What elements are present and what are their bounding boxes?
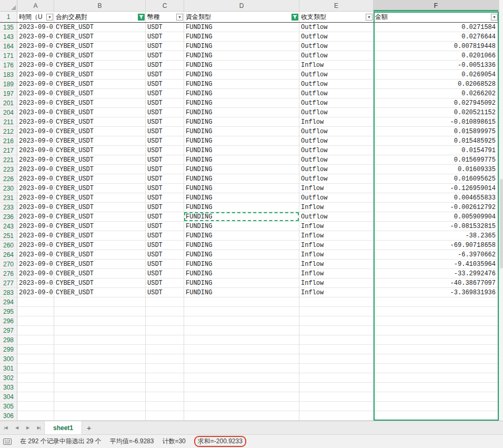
- cell-F233[interactable]: -0.002612792: [374, 203, 499, 212]
- cell-B183[interactable]: CYBER_USDT: [54, 70, 146, 79]
- cell-D231[interactable]: FUNDING: [184, 193, 299, 203]
- cell-E135[interactable]: Outflow: [299, 23, 374, 32]
- cell-B303[interactable]: [54, 383, 146, 392]
- cell-E223[interactable]: Outflow: [299, 165, 374, 174]
- cell-B233[interactable]: CYBER_USDT: [54, 203, 146, 212]
- cell-E296[interactable]: [299, 316, 374, 326]
- cell-E303[interactable]: [299, 383, 374, 392]
- cell-F276[interactable]: -33.2992476: [374, 269, 499, 278]
- cell-B295[interactable]: [54, 307, 146, 316]
- cell-F231[interactable]: 0.004655833: [374, 193, 499, 203]
- cell-D217[interactable]: FUNDING: [184, 146, 299, 155]
- cell-F189[interactable]: 0.02068528: [374, 79, 499, 89]
- cell-B260[interactable]: CYBER_USDT: [54, 241, 146, 250]
- cell-E221[interactable]: Outflow: [299, 155, 374, 165]
- row-header-264[interactable]: 264: [0, 250, 17, 260]
- cell-D299[interactable]: [184, 345, 299, 354]
- cell-F216[interactable]: 0.015485925: [374, 136, 499, 146]
- cell-B204[interactable]: CYBER_USDT: [54, 108, 146, 117]
- cell-E197[interactable]: Outflow: [299, 89, 374, 98]
- cell-F298[interactable]: [374, 335, 499, 345]
- cell-E294[interactable]: [299, 297, 374, 307]
- cell-F301[interactable]: [374, 364, 499, 373]
- cell-F176[interactable]: -0.0051336: [374, 61, 499, 70]
- cell-B294[interactable]: [54, 297, 146, 307]
- cell-D302[interactable]: [184, 373, 299, 383]
- cell-E297[interactable]: [299, 326, 374, 335]
- cell-E299[interactable]: [299, 345, 374, 354]
- cell-D164[interactable]: FUNDING: [184, 42, 299, 51]
- cell-D301[interactable]: [184, 364, 299, 373]
- cell-E251[interactable]: Inflow: [299, 231, 374, 241]
- cell-F304[interactable]: [374, 392, 499, 402]
- row-header-233[interactable]: 233: [0, 203, 17, 212]
- row-header-303[interactable]: 303: [0, 383, 17, 392]
- cell-F300[interactable]: [374, 354, 499, 364]
- cell-C236[interactable]: USDT: [146, 212, 184, 222]
- prev-sheet-button[interactable]: ◀: [11, 421, 22, 434]
- cell-A164[interactable]: 2023-09-0(: [17, 42, 54, 51]
- cell-C216[interactable]: USDT: [146, 136, 184, 146]
- sheet-tab-sheet1[interactable]: sheet1: [44, 421, 82, 434]
- cell-E217[interactable]: Outflow: [299, 146, 374, 155]
- cell-F223[interactable]: 0.01609335: [374, 165, 499, 174]
- row-header-189[interactable]: 189: [0, 79, 17, 89]
- cell-F204[interactable]: 0.020521152: [374, 108, 499, 117]
- cell-A230[interactable]: 2023-09-0(: [17, 184, 54, 193]
- row-header-298[interactable]: 298: [0, 335, 17, 345]
- cell-A302[interactable]: [17, 373, 54, 383]
- cell-D283[interactable]: FUNDING: [184, 288, 299, 297]
- cell-C277[interactable]: USDT: [146, 278, 184, 288]
- cell-C300[interactable]: [146, 354, 184, 364]
- row-header-301[interactable]: 301: [0, 364, 17, 373]
- cell-F143[interactable]: 0.0276644: [374, 32, 499, 42]
- cell-E304[interactable]: [299, 392, 374, 402]
- cell-A298[interactable]: [17, 335, 54, 345]
- cell-A217[interactable]: 2023-09-0(: [17, 146, 54, 155]
- cell-D276[interactable]: FUNDING: [184, 269, 299, 278]
- cell-A301[interactable]: [17, 364, 54, 373]
- row-header-294[interactable]: 294: [0, 297, 17, 307]
- cell-A204[interactable]: 2023-09-0(: [17, 108, 54, 117]
- row-header-221[interactable]: 221: [0, 155, 17, 165]
- row-header-295[interactable]: 295: [0, 307, 17, 316]
- cell-D296[interactable]: [184, 316, 299, 326]
- cell-B143[interactable]: CYBER_USDT: [54, 32, 146, 42]
- cell-A264[interactable]: 2023-09-0(: [17, 250, 54, 260]
- row-header-296[interactable]: 296: [0, 316, 17, 326]
- cell-C283[interactable]: USDT: [146, 288, 184, 297]
- cell-A233[interactable]: 2023-09-0(: [17, 203, 54, 212]
- cell-B217[interactable]: CYBER_USDT: [54, 146, 146, 155]
- cell-C189[interactable]: USDT: [146, 79, 184, 89]
- cell-D223[interactable]: FUNDING: [184, 165, 299, 174]
- cell-B216[interactable]: CYBER_USDT: [54, 136, 146, 146]
- row-header-143[interactable]: 143: [0, 32, 17, 42]
- cell-B300[interactable]: [54, 354, 146, 364]
- cell-D135[interactable]: FUNDING: [184, 23, 299, 32]
- cell-C212[interactable]: USDT: [146, 127, 184, 136]
- cell-E276[interactable]: Inflow: [299, 269, 374, 278]
- cell-C176[interactable]: USDT: [146, 61, 184, 70]
- cell-D277[interactable]: FUNDING: [184, 278, 299, 288]
- cell-C260[interactable]: USDT: [146, 241, 184, 250]
- row-header-300[interactable]: 300: [0, 354, 17, 364]
- cell-E302[interactable]: [299, 373, 374, 383]
- filter-dropdown-icon-E[interactable]: ▼: [366, 14, 373, 21]
- filter-funnel-icon-D[interactable]: [291, 14, 298, 21]
- cell-A299[interactable]: [17, 345, 54, 354]
- column-header-F[interactable]: F: [374, 0, 499, 12]
- cell-E231[interactable]: Outflow: [299, 193, 374, 203]
- cell-D183[interactable]: FUNDING: [184, 70, 299, 79]
- select-all-corner[interactable]: [0, 0, 17, 12]
- cell-B230[interactable]: CYBER_USDT: [54, 184, 146, 193]
- cell-E230[interactable]: Inflow: [299, 184, 374, 193]
- row-header-231[interactable]: 231: [0, 193, 17, 203]
- column-header-C[interactable]: C: [146, 0, 184, 12]
- cell-B135[interactable]: CYBER_USDT: [54, 23, 146, 32]
- cell-F294[interactable]: [374, 297, 499, 307]
- cell-B243[interactable]: CYBER_USDT: [54, 222, 146, 231]
- next-sheet-button[interactable]: ▶: [22, 421, 33, 434]
- cell-E171[interactable]: Outflow: [299, 51, 374, 61]
- cell-A303[interactable]: [17, 383, 54, 392]
- row-header-251[interactable]: 251: [0, 231, 17, 241]
